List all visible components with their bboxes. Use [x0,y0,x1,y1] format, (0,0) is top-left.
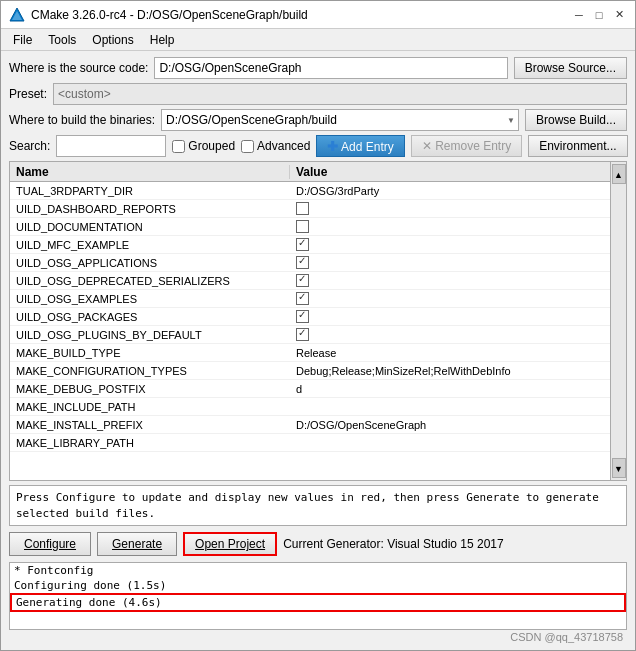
window-title: CMake 3.26.0-rc4 - D:/OSG/OpenSceneGraph… [31,8,308,22]
checkbox-icon[interactable] [296,202,309,215]
log-entry-highlighted: Generating done (4.6s) [10,593,626,612]
scroll-up-btn[interactable]: ▲ [612,164,626,184]
name-cell: MAKE_DEBUG_POSTFIX [10,383,290,395]
table-row[interactable]: MAKE_LIBRARY_PATH [10,434,610,452]
table-row[interactable]: UILD_OSG_DEPRECATED_SERIALIZERS [10,272,610,290]
value-cell: d [290,383,610,395]
checkbox-icon[interactable] [296,220,309,233]
browse-build-button[interactable]: Browse Build... [525,109,627,131]
scrollbar[interactable]: ▲ ▼ [610,162,626,480]
name-cell: UILD_DOCUMENTATION [10,221,290,233]
name-cell: MAKE_INCLUDE_PATH [10,401,290,413]
table-row[interactable]: UILD_OSG_APPLICATIONS [10,254,610,272]
maximize-button[interactable]: □ [591,7,607,23]
checkbox-checked-icon[interactable] [296,256,309,269]
remove-entry-label: Remove Entry [435,139,511,153]
generate-button[interactable]: Generate [97,532,177,556]
value-cell: D:/OSG/OpenSceneGraph [290,419,610,431]
build-row: Where to build the binaries: D:/OSG/Open… [9,109,627,131]
table-row[interactable]: MAKE_INSTALL_PREFIX D:/OSG/OpenSceneGrap… [10,416,610,434]
build-label: Where to build the binaries: [9,113,155,127]
main-window: CMake 3.26.0-rc4 - D:/OSG/OpenSceneGraph… [0,0,636,651]
table-row[interactable]: UILD_DASHBOARD_REPORTS [10,200,610,218]
config-table: Name Value TUAL_3RDPARTY_DIR D:/OSG/3rdP… [9,161,627,481]
name-cell: UILD_OSG_DEPRECATED_SERIALIZERS [10,275,290,287]
search-label: Search: [9,139,50,153]
watermark: CSDN @qq_43718758 [9,630,627,644]
name-cell: MAKE_BUILD_TYPE [10,347,290,359]
name-cell: UILD_MFC_EXAMPLE [10,239,290,251]
table-row[interactable]: TUAL_3RDPARTY_DIR D:/OSG/3rdParty [10,182,610,200]
log-entry: * Fontconfig [10,563,626,578]
value-cell [290,274,610,288]
table-header: Name Value [10,162,610,182]
main-content: Where is the source code: Browse Source.… [1,51,635,650]
menu-tools[interactable]: Tools [40,31,84,49]
add-entry-label: Add Entry [341,140,394,154]
checkbox-checked-icon[interactable] [296,292,309,305]
name-cell: UILD_OSG_EXAMPLES [10,293,290,305]
environment-button[interactable]: Environment... [528,135,627,157]
table-row[interactable]: UILD_MFC_EXAMPLE [10,236,610,254]
value-cell [290,220,610,234]
table-row[interactable]: MAKE_BUILD_TYPE Release [10,344,610,362]
table-row[interactable]: MAKE_INCLUDE_PATH [10,398,610,416]
advanced-checkbox[interactable] [241,140,254,153]
checkbox-checked-icon[interactable] [296,238,309,251]
checkbox-checked-icon[interactable] [296,328,309,341]
preset-input [53,83,627,105]
configure-button[interactable]: Configure [9,532,91,556]
remove-entry-button[interactable]: ✕ Remove Entry [411,135,522,157]
close-button[interactable]: ✕ [611,7,627,23]
log-section: * Fontconfig Configuring done (1.5s) Gen… [9,562,627,644]
generator-label: Current Generator: Visual Studio 15 2017 [283,537,504,551]
advanced-checkbox-label[interactable]: Advanced [241,139,310,153]
search-row: Search: Grouped Advanced ✚ Add Entry ✕ R… [9,135,627,157]
titlebar: CMake 3.26.0-rc4 - D:/OSG/OpenSceneGraph… [1,1,635,29]
value-cell [290,328,610,342]
build-select[interactable]: D:/OSG/OpenSceneGraph/build [161,109,519,131]
name-cell: TUAL_3RDPARTY_DIR [10,185,290,197]
table-row[interactable]: UILD_OSG_EXAMPLES [10,290,610,308]
menubar: File Tools Options Help [1,29,635,51]
checkbox-checked-icon[interactable] [296,274,309,287]
preset-label: Preset: [9,87,47,101]
minimize-button[interactable]: ─ [571,7,587,23]
info-box: Press Configure to update and display ne… [9,485,627,526]
info-text: Press Configure to update and display ne… [16,491,599,519]
titlebar-left: CMake 3.26.0-rc4 - D:/OSG/OpenSceneGraph… [9,7,308,23]
table-row[interactable]: MAKE_DEBUG_POSTFIX d [10,380,610,398]
name-cell: UILD_OSG_PLUGINS_BY_DEFAULT [10,329,290,341]
open-project-button[interactable]: Open Project [183,532,277,556]
log-entry: Configuring done (1.5s) [10,578,626,593]
table-row[interactable]: MAKE_CONFIGURATION_TYPES Debug;Release;M… [10,362,610,380]
log-box: * Fontconfig Configuring done (1.5s) Gen… [9,562,627,630]
grouped-checkbox-label[interactable]: Grouped [172,139,235,153]
table-row[interactable]: UILD_OSG_PACKAGES [10,308,610,326]
name-cell: UILD_OSG_APPLICATIONS [10,257,290,269]
menu-file[interactable]: File [5,31,40,49]
name-column-header: Name [10,165,290,179]
scroll-down-btn[interactable]: ▼ [612,458,626,478]
grouped-checkbox[interactable] [172,140,185,153]
source-label: Where is the source code: [9,61,148,75]
action-row: Configure Generate Open Project Current … [9,530,627,558]
value-column-header: Value [290,165,610,179]
browse-source-button[interactable]: Browse Source... [514,57,627,79]
source-input[interactable] [154,57,507,79]
menu-help[interactable]: Help [142,31,183,49]
search-input[interactable] [56,135,166,157]
preset-row: Preset: [9,83,627,105]
plus-icon: ✚ [327,139,338,154]
value-cell [290,310,610,324]
name-cell: MAKE_LIBRARY_PATH [10,437,290,449]
table-row[interactable]: UILD_DOCUMENTATION [10,218,610,236]
table-body: TUAL_3RDPARTY_DIR D:/OSG/3rdParty UILD_D… [10,182,610,480]
checkbox-checked-icon[interactable] [296,310,309,323]
add-entry-button[interactable]: ✚ Add Entry [316,135,404,157]
table-row[interactable]: UILD_OSG_PLUGINS_BY_DEFAULT [10,326,610,344]
name-cell: UILD_DASHBOARD_REPORTS [10,203,290,215]
menu-options[interactable]: Options [84,31,141,49]
name-cell: MAKE_INSTALL_PREFIX [10,419,290,431]
value-cell [290,256,610,270]
